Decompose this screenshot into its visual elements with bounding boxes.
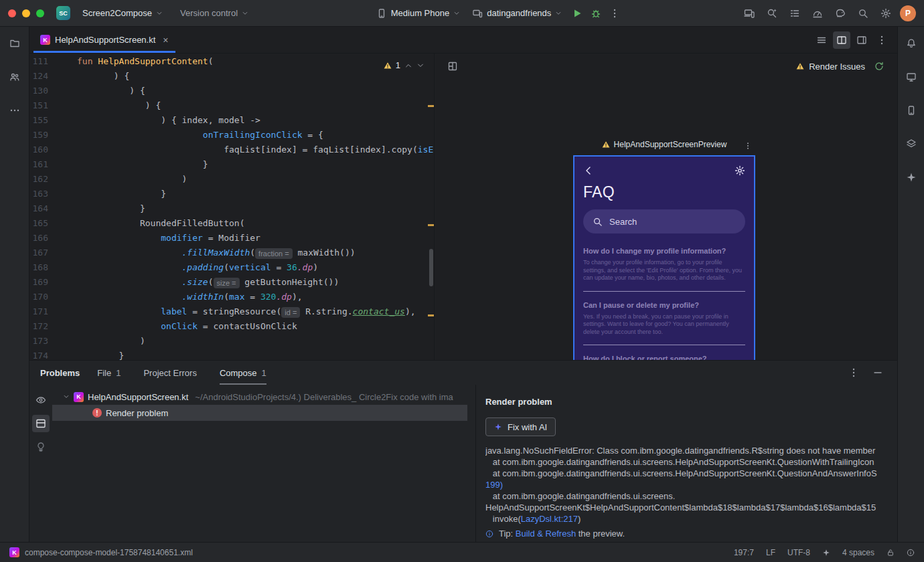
minimize-window-button[interactable] — [22, 9, 30, 17]
kebab-menu-icon — [876, 35, 887, 45]
debug-button[interactable] — [587, 5, 605, 22]
problems-tree-item-row[interactable]: ! Render problem — [52, 405, 467, 421]
problems-tree-file-row[interactable]: K HelpAndSupportScreen.kt ~/AndroidStudi… — [52, 389, 475, 405]
stack-link[interactable]: 199) — [485, 480, 503, 490]
pull-requests-tool-button[interactable] — [6, 68, 23, 86]
split-editor-button[interactable] — [833, 31, 850, 49]
faq-search-bar[interactable]: Search — [583, 209, 745, 233]
editor-options-button[interactable] — [873, 31, 891, 49]
fullscreen-window-button[interactable] — [36, 9, 44, 17]
preview-eye-button[interactable] — [32, 391, 50, 409]
running-devices-button[interactable] — [903, 68, 920, 86]
code-line[interactable]: 174 } — [29, 351, 434, 360]
code-line[interactable]: 172 onClick = contactUsOnClick — [29, 321, 434, 336]
indent-widget[interactable]: 4 spaces — [842, 548, 874, 557]
refresh-icon — [874, 61, 884, 72]
code-line[interactable]: 173 ) — [29, 336, 434, 351]
ai-assistant-button[interactable] — [763, 5, 781, 22]
faq-item[interactable]: How do I block or report someone? — [583, 355, 745, 360]
preview-card-header[interactable]: HelpAndSupportScreenPreview — [573, 136, 755, 153]
code-line[interactable]: 165 RoundedFilledButton( — [29, 218, 434, 233]
code-line[interactable]: 155 ) { index, model -> — [29, 115, 434, 130]
close-window-button[interactable] — [8, 9, 16, 17]
line-separator-widget[interactable]: LF — [766, 548, 775, 557]
gemini-button[interactable] — [903, 169, 920, 186]
gradle-button[interactable] — [832, 5, 849, 22]
warning-stripe-mark[interactable] — [428, 314, 434, 316]
gear-icon[interactable] — [735, 165, 745, 176]
caret-position-widget[interactable]: 197:7 — [734, 548, 754, 557]
code-line[interactable]: 163 } — [29, 189, 434, 203]
prev-problem-icon[interactable] — [404, 62, 412, 70]
code-line[interactable]: 160 faqList[index] = faqList[index].copy… — [29, 145, 434, 159]
kotlin-file-icon: K — [74, 392, 84, 402]
code-line[interactable]: 162 ) — [29, 174, 434, 189]
code-line[interactable]: 159 onTrailingIconClick = { — [29, 130, 434, 145]
editor-tab[interactable]: K HelpAndSupportScreen.kt × — [33, 27, 175, 53]
encoding-widget[interactable]: UTF-8 — [787, 548, 810, 557]
code-line[interactable]: 111fun HelpAndSupportContent( — [29, 56, 434, 71]
preview-layout-button[interactable] — [444, 58, 461, 75]
phone-preview[interactable]: FAQ Search How do I change my profile in… — [573, 155, 755, 360]
code-line[interactable]: 164 } — [29, 203, 434, 218]
code-line[interactable]: 166 modifier = Modifier — [29, 233, 434, 248]
user-avatar[interactable]: P — [900, 5, 916, 21]
hide-panel-button[interactable] — [869, 364, 887, 381]
status-file-widget[interactable]: K compose-compose-model-1758748140651.xm… — [9, 547, 193, 557]
editor-list-button[interactable] — [813, 31, 830, 49]
build-refresh-link[interactable]: Build & Refresh — [516, 529, 576, 539]
version-control-menu[interactable]: Version control — [175, 5, 254, 21]
code-line[interactable]: 171 label = stringResource(id = R.string… — [29, 306, 434, 321]
code-line[interactable]: 167 .fillMaxWidth(fraction = maxWidth()) — [29, 248, 434, 262]
code-line[interactable]: 151 ) { — [29, 100, 434, 115]
render-issues-button[interactable]: Render Issues — [796, 62, 865, 72]
stack-link[interactable]: LazyDsl.kt:217 — [521, 514, 578, 524]
warning-count: 1 — [396, 60, 400, 70]
more-tool-windows-button[interactable] — [6, 102, 23, 119]
project-tool-button[interactable] — [6, 35, 23, 52]
todo-list-button[interactable] — [786, 5, 803, 22]
fix-with-ai-button[interactable]: Fix with AI — [485, 417, 556, 436]
code-line[interactable]: 169 .size(size = getButtonHeight()) — [29, 277, 434, 292]
settings-button[interactable] — [877, 5, 895, 22]
faq-item[interactable]: Can I pause or delete my profile?Yes. If… — [583, 301, 745, 346]
device-mirroring-button[interactable] — [741, 5, 758, 22]
code-line[interactable]: 130 ) { — [29, 86, 434, 100]
lock-icon[interactable] — [887, 549, 895, 557]
more-run-actions-button[interactable] — [606, 5, 623, 22]
panel-options-button[interactable] — [845, 364, 862, 381]
tab-project-errors[interactable]: Project Errors — [143, 361, 196, 385]
code-line[interactable]: 168 .padding(vertical = 36.dp) — [29, 262, 434, 277]
run-button[interactable] — [568, 5, 586, 22]
quick-fix-button[interactable] — [32, 438, 50, 456]
profiler-button[interactable] — [809, 5, 826, 22]
warning-stripe-mark[interactable] — [428, 224, 434, 226]
back-arrow-icon[interactable] — [583, 165, 594, 176]
ai-status-icon[interactable] — [822, 549, 830, 557]
next-problem-icon[interactable] — [416, 62, 425, 70]
code-editor[interactable]: 111fun HelpAndSupportContent(124 ) {130 … — [29, 54, 434, 360]
kebab-menu-icon — [848, 367, 859, 378]
run-configuration-selector[interactable]: datingandfriends — [467, 5, 567, 21]
notifications-button[interactable] — [903, 35, 920, 52]
project-menu[interactable]: Screen2Compose — [77, 5, 168, 21]
code-line[interactable]: 170 .widthIn(max = 320.dp), — [29, 292, 434, 306]
faq-item[interactable]: How do I change my profile information?T… — [583, 247, 745, 292]
details-view-button[interactable] — [32, 415, 50, 432]
tab-compose[interactable]: Compose1 — [220, 361, 266, 385]
search-everywhere-button[interactable] — [854, 5, 872, 22]
code-line[interactable]: 124 ) { — [29, 71, 434, 86]
close-tab-button[interactable]: × — [163, 35, 168, 45]
code-line[interactable]: 161 } — [29, 159, 434, 174]
editor-scrollbar[interactable] — [429, 249, 433, 286]
device-manager-button[interactable] — [903, 102, 920, 119]
warning-stripe-mark[interactable] — [428, 105, 434, 107]
layout-inspector-button[interactable] — [903, 135, 920, 153]
tab-file[interactable]: File1 — [97, 361, 121, 385]
preview-options-button[interactable] — [739, 137, 757, 155]
refresh-preview-button[interactable] — [870, 58, 888, 75]
info-icon[interactable] — [907, 549, 915, 557]
file-type-icon: K — [9, 547, 19, 557]
device-selector[interactable]: Medium Phone — [371, 5, 465, 21]
editor-layout-button[interactable] — [853, 31, 870, 49]
